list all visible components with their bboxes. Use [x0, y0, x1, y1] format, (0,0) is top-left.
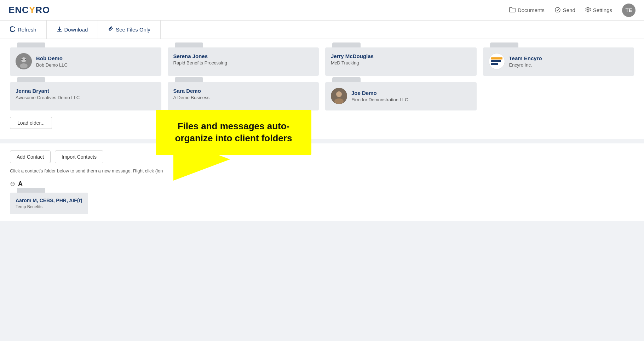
collapse-icon-a[interactable]: ⊖: [10, 180, 15, 188]
nav-settings-label: Settings: [593, 7, 612, 13]
contact-name-bob: Bob Demo: [36, 55, 156, 61]
folder-serena-jones[interactable]: Serena Jones Rapid Benefits Processing: [168, 47, 319, 76]
contact-name-jenna: Jenna Bryant: [16, 88, 156, 94]
folder-team-encyro[interactable]: Team Encyro Encyro Inc.: [483, 47, 634, 76]
logo-y: Y: [29, 5, 35, 15]
import-contacts-button[interactable]: Import Contacts: [55, 150, 103, 163]
folder-jenna-bryant[interactable]: Jenna Bryant Awesome Creatives Demo LLC: [10, 82, 161, 110]
contact-name-jerry: Jerry McDouglas: [331, 53, 471, 59]
empty-slot: [483, 82, 634, 110]
logo-ro: RO: [35, 5, 50, 15]
recent-folders-section: Bob Demo Bob Demo LLC Serena Jones Rapid…: [0, 39, 644, 139]
section-letter-a: A: [18, 180, 23, 188]
svg-point-7: [336, 91, 342, 97]
avatar-bob-demo: [16, 53, 32, 69]
user-avatar[interactable]: TE: [622, 4, 636, 17]
app-header: ENCYRO Documents Send Settings TE: [0, 0, 644, 21]
contact-company-team-encyro: Encyro Inc.: [509, 62, 629, 68]
folders-row1: Bob Demo Bob Demo LLC Serena Jones Rapid…: [10, 47, 634, 76]
paperclip-icon: [108, 26, 114, 33]
load-older-button[interactable]: Load older...: [10, 117, 52, 129]
contact-name-serena: Serena Jones: [173, 53, 314, 59]
contacts-hint: Click a contact's folder below to send t…: [10, 168, 634, 174]
nav-send[interactable]: Send: [554, 7, 575, 13]
svg-point-3: [20, 63, 28, 68]
contact-company-serena: Rapid Benefits Processing: [173, 60, 314, 66]
nav-documents[interactable]: Documents: [509, 7, 545, 13]
folder-icon: [509, 7, 516, 13]
folder-sara-demo[interactable]: Sara Demo A Demo Business: [168, 82, 319, 110]
contact-company-jenna: Awesome Creatives Demo LLC: [16, 95, 156, 100]
folder-jerry-mcdouglas[interactable]: Jerry McDouglas McD Trucking: [325, 47, 477, 76]
gear-icon: [585, 7, 591, 13]
contact-info-bob: Bob Demo Bob Demo LLC: [36, 55, 156, 68]
folders-row2: Jenna Bryant Awesome Creatives Demo LLC …: [10, 82, 634, 110]
nav-settings[interactable]: Settings: [585, 7, 612, 13]
folder-bob-demo[interactable]: Bob Demo Bob Demo LLC: [10, 47, 161, 76]
header-nav: Documents Send Settings TE: [509, 4, 636, 17]
contact-name-team-encyro: Team Encyro: [509, 55, 629, 61]
main-content: Bob Demo Bob Demo LLC Serena Jones Rapid…: [0, 39, 644, 341]
download-button[interactable]: Download: [47, 21, 98, 39]
contact-company-sara: A Demo Business: [173, 95, 314, 100]
avatar-joe-demo: [331, 88, 347, 104]
contact-name-joe: Joe Demo: [351, 90, 471, 96]
contact-info-jerry: Jerry McDouglas McD Trucking: [331, 53, 471, 66]
svg-rect-4: [21, 59, 23, 60]
contact-company-jerry: McD Trucking: [331, 60, 471, 66]
folder-joe-demo[interactable]: Joe Demo Firm for Demonstration LLC: [325, 82, 477, 110]
avatar-team-encyro: [489, 53, 505, 69]
nav-documents-label: Documents: [518, 7, 545, 13]
contact-info-joe: Joe Demo Firm for Demonstration LLC: [351, 90, 471, 102]
refresh-button[interactable]: Refresh: [0, 21, 47, 39]
contact-company-aarom: Temp Benefits: [16, 204, 82, 209]
nav-send-label: Send: [563, 7, 575, 13]
toolbar: Refresh Download See Files Only: [0, 21, 644, 39]
contact-info-aarom: Aarom M, CEBS, PHR, AIF(r) Temp Benefits: [16, 198, 82, 209]
svg-point-8: [334, 98, 344, 104]
section-a-header: ⊖ A: [10, 180, 634, 188]
contacts-section: Add Contact Import Contacts Click a cont…: [0, 143, 644, 221]
logo[interactable]: ENCYRO: [8, 5, 50, 16]
contacts-actions: Add Contact Import Contacts: [10, 150, 634, 163]
add-contact-button[interactable]: Add Contact: [10, 150, 51, 163]
contact-company-joe: Firm for Demonstration LLC: [351, 97, 471, 102]
svg-rect-5: [25, 59, 26, 60]
download-icon: [57, 26, 62, 33]
contact-info-team-encyro: Team Encyro Encyro Inc.: [509, 55, 629, 68]
load-older-wrapper: Load older...: [10, 117, 634, 129]
contact-name-sara: Sara Demo: [173, 88, 314, 94]
send-icon: [554, 7, 561, 13]
see-files-button[interactable]: See Files Only: [98, 21, 161, 39]
contact-info-sara: Sara Demo A Demo Business: [173, 88, 314, 100]
contact-company-bob: Bob Demo LLC: [36, 62, 156, 68]
contact-info-serena: Serena Jones Rapid Benefits Processing: [173, 53, 314, 66]
logo-enc: ENC: [8, 5, 29, 15]
refresh-icon: [10, 26, 16, 33]
folder-aarom[interactable]: Aarom M, CEBS, PHR, AIF(r) Temp Benefits: [10, 193, 88, 214]
contact-info-jenna: Jenna Bryant Awesome Creatives Demo LLC: [16, 88, 156, 100]
contact-name-aarom: Aarom M, CEBS, PHR, AIF(r): [16, 198, 82, 203]
